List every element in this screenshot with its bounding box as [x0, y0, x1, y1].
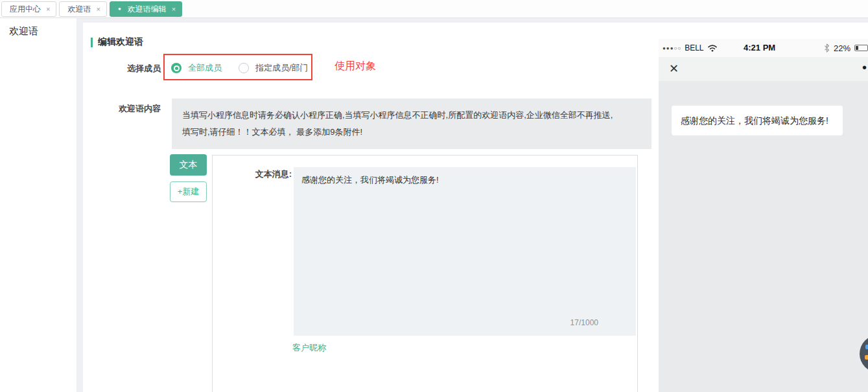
- member-radio-group: 全部成员 指定成员/部门: [171, 62, 309, 75]
- tab-label: 欢迎语: [67, 4, 91, 15]
- carrier-name: BELL: [685, 43, 703, 52]
- text-type-tab[interactable]: 文本: [170, 154, 207, 176]
- notice-line-1: 当填写小程序信息时请务必确认小程序正确,当填写小程序信息不正确时,所配置的欢迎语…: [182, 107, 641, 124]
- bluetooth-icon: [824, 43, 830, 52]
- notice-line-2: 填写时,请仔细！！文本必填， 最多添加9条附件!: [182, 124, 641, 141]
- content-label: 欢迎语内容: [102, 103, 161, 115]
- text-message-label: 文本消息:: [239, 168, 292, 180]
- sidebar-item-welcome[interactable]: 欢迎语: [0, 18, 76, 38]
- chat-bubble: 感谢您的关注，我们将竭诚为您服务!: [672, 106, 843, 135]
- radio-all-members[interactable]: 全部成员: [171, 62, 222, 74]
- status-left-cluster: ●●●○○ BELL: [663, 39, 718, 57]
- status-right-cluster: 22%: [824, 39, 868, 57]
- radio-unselected-icon[interactable]: [239, 63, 249, 73]
- active-dot-icon: ●: [118, 6, 121, 12]
- add-new-button[interactable]: +新建: [170, 181, 207, 202]
- sidebar: 欢迎语: [0, 18, 76, 392]
- member-select-label: 选择成员: [102, 63, 161, 75]
- section-accent-bar: [91, 38, 93, 47]
- customer-nickname-link[interactable]: 客户昵称: [292, 342, 326, 354]
- wifi-icon: [707, 44, 718, 52]
- tab-close-icon[interactable]: ×: [46, 5, 50, 13]
- phone-status-bar: ●●●○○ BELL 4:21 PM 22%: [659, 39, 868, 57]
- notice-box: 当填写小程序信息时请务必确认小程序正确,当填写小程序信息不正确时,所配置的欢迎语…: [172, 98, 651, 149]
- radio-all-members-label[interactable]: 全部成员: [188, 62, 222, 74]
- menu-dot-icon: •: [862, 60, 867, 75]
- annotation-text: 使用对象: [334, 60, 376, 73]
- help-widget-icon: [865, 355, 868, 360]
- phone-preview: ●●●○○ BELL 4:21 PM 22% ✕: [659, 21, 868, 392]
- status-time: 4:21 PM: [744, 43, 775, 52]
- phone-chat-area: 感谢您的关注，我们将竭诚为您服务!: [659, 81, 868, 392]
- tab-welcome-edit[interactable]: ● 欢迎语编辑 ×: [110, 1, 182, 17]
- tab-bar: 应用中心 × 欢迎语 × ● 欢迎语编辑 ×: [0, 0, 868, 18]
- tab-app-center[interactable]: 应用中心 ×: [1, 1, 56, 17]
- radio-specified-members-label[interactable]: 指定成员/部门: [255, 62, 309, 74]
- section-title: 编辑欢迎语: [98, 36, 143, 48]
- message-textarea[interactable]: 感谢您的关注，我们将竭诚为您服务! 17/1000: [294, 167, 636, 336]
- tab-close-icon[interactable]: ×: [96, 5, 100, 13]
- message-text: 感谢您的关注，我们将竭诚为您服务!: [301, 175, 439, 185]
- radio-specified-members[interactable]: 指定成员/部门: [239, 62, 309, 74]
- close-icon: ✕: [669, 62, 679, 76]
- tab-label: 欢迎语编辑: [128, 4, 167, 15]
- tab-label: 应用中心: [10, 4, 41, 15]
- radio-selected-icon[interactable]: [171, 63, 182, 73]
- battery-icon: [854, 45, 868, 51]
- phone-nav-bar: ✕ •: [659, 57, 868, 81]
- help-widget-icon: [865, 345, 868, 349]
- battery-percent: 22%: [834, 43, 850, 53]
- tab-welcome[interactable]: 欢迎语 ×: [59, 1, 106, 17]
- section-header: 编辑欢迎语: [91, 36, 143, 48]
- tab-close-icon[interactable]: ×: [172, 5, 176, 13]
- signal-dots-icon: ●●●○○: [663, 45, 681, 51]
- char-counter: 17/1000: [570, 316, 598, 329]
- message-editor-panel: 文本消息: 感谢您的关注，我们将竭诚为您服务! 17/1000 客户昵称: [212, 155, 638, 392]
